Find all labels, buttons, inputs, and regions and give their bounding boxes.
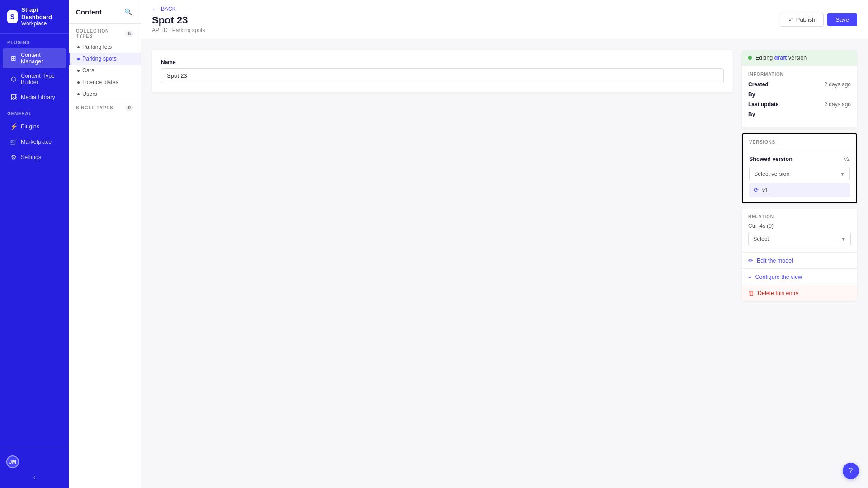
relation-select-placeholder: Select [753,236,769,242]
name-field: Name [161,59,724,83]
check-icon: ✓ [788,16,793,23]
showed-version-label: Showed version [749,156,793,162]
sidebar-item-marketplace[interactable]: 🛒 Marketplace [3,135,66,149]
draft-status-dot [748,56,752,60]
delete-entry-link[interactable]: 🗑 Delete this entry [742,285,857,301]
sidebar-item-media-library[interactable]: 🖼 Media Library [3,90,66,104]
sidebar-plugins-label: PLUGINS [0,34,69,48]
relation-actions-card: RELATION Ctn_4s (0) Select ▼ ✏ Edit the … [742,209,857,301]
chevron-down-icon: ▼ [840,171,845,177]
api-id: API ID : Parking spots [152,27,205,33]
list-icon: ≡ [748,273,752,280]
right-sidebar: Editing draft version INFORMATION Create… [742,50,857,477]
by-label-1: By [748,91,755,98]
single-types-label: SINGLE TYPES [76,105,113,110]
relation-field-label: Ctn_4s (0) [748,223,851,229]
help-button[interactable]: ? [843,463,859,479]
collection-types-label: COLLECTION TYPES [76,28,125,38]
versions-header: VERSIONS [743,134,856,150]
last-update-label: Last update [748,101,778,108]
main-content: ← BACK Spot 23 API ID : Parking spots ✓ … [141,0,868,488]
version-refresh-icon: ⟳ [754,187,759,193]
save-button[interactable]: Save [827,13,857,26]
sidebar-item-settings[interactable]: ⚙ Settings [3,150,66,164]
created-row: Created 2 days ago [748,81,851,88]
sidebar-item-plugins[interactable]: ⚡ Plugins [3,119,66,134]
select-version-dropdown[interactable]: Select version ▼ [749,167,850,181]
left-panel: Content 🔍 COLLECTION TYPES 5 Parking lot… [69,0,141,488]
pencil-icon: ✏ [748,257,753,264]
shop-icon: 🛒 [10,138,17,145]
header-actions: ✓ Publish Save [780,13,857,27]
versions-card: VERSIONS Showed version v2 Select versio… [742,133,857,203]
single-types-header: SINGLE TYPES 0 [69,100,141,113]
last-update-row: Last update 2 days ago [748,101,851,108]
nav-item-licence-plates[interactable]: Licence plates [69,76,141,88]
header-left: ← BACK Spot 23 API ID : Parking spots [152,5,205,33]
publish-button[interactable]: ✓ Publish [780,13,824,27]
draft-text: Editing draft version [755,55,807,61]
nav-dot-icon [77,93,80,95]
by-row-1: By [748,91,851,98]
back-arrow-icon: ← [152,5,158,13]
created-label: Created [748,81,769,88]
nav-item-parking-lots[interactable]: Parking lots [69,41,141,53]
versions-body: Showed version v2 Select version ▼ ⟳ v1 [743,150,856,202]
information-title: INFORMATION [748,72,851,77]
version-v1-option[interactable]: ⟳ v1 [749,183,850,197]
showed-version-value: v2 [844,156,850,162]
configure-view-link[interactable]: ≡ Configure the view [742,268,857,285]
nav-item-parking-spots[interactable]: Parking spots [69,53,141,65]
trash-icon: 🗑 [748,290,754,296]
relation-section: RELATION Ctn_4s (0) Select ▼ [742,209,857,252]
sidebar-item-content-type-builder[interactable]: ⬡ Content-Type Builder [3,69,66,89]
draft-banner: Editing draft version [742,50,857,66]
sidebar-bottom: JM ‹ [0,448,69,488]
nav-item-cars[interactable]: Cars [69,65,141,76]
main-header: ← BACK Spot 23 API ID : Parking spots ✓ … [141,0,868,39]
nav-dot-icon [77,58,80,60]
chevron-down-icon: ▼ [841,236,846,242]
name-input[interactable] [161,68,724,83]
draft-banner-card: Editing draft version INFORMATION Create… [742,50,857,128]
nav-dot-icon [77,46,80,48]
nav-dot-icon [77,81,80,84]
form-card: Name [152,50,733,92]
image-icon: 🖼 [10,94,17,101]
plug-icon: ⚡ [10,123,17,130]
name-label: Name [161,59,724,66]
grid-icon: ⊞ [10,55,17,62]
content-area: Name [152,50,733,477]
left-panel-title: Content [76,8,102,16]
last-update-value: 2 days ago [824,101,851,108]
app-sidebar: S Strapi Dashboard Workplace PLUGINS ⊞ C… [0,0,69,488]
gear-icon: ⚙ [10,154,17,161]
user-avatar[interactable]: JM [6,455,19,468]
sidebar-general-label: GENERAL [0,105,69,119]
search-button[interactable]: 🔍 [123,6,133,17]
page-title: Spot 23 [152,14,205,26]
created-value: 2 days ago [824,81,851,88]
relation-select[interactable]: Select ▼ [748,232,851,246]
left-panel-header: Content 🔍 [69,0,141,24]
single-types-count: 0 [125,105,133,111]
relation-title: RELATION [748,214,851,219]
information-section: INFORMATION Created 2 days ago By Last u… [742,66,857,128]
version-v1-label: v1 [762,187,768,193]
collection-types-count: 5 [125,31,133,37]
nav-dot-icon [77,70,80,72]
sidebar-item-content-manager[interactable]: ⊞ Content Manager [3,48,66,68]
collection-types-header: COLLECTION TYPES 5 [69,24,141,41]
edit-model-link[interactable]: ✏ Edit the model [742,252,857,268]
showed-version-row: Showed version v2 [749,156,850,162]
search-icon: 🔍 [124,8,132,15]
logo-icon: S [7,10,18,23]
main-body: Name Editing draft version [141,39,868,488]
puzzle-icon: ⬡ [10,75,17,83]
by-label-2: By [748,111,755,117]
logo-text: Strapi Dashboard Workplace [21,6,61,27]
nav-item-users[interactable]: Users [69,88,141,100]
select-version-placeholder: Select version [754,171,790,177]
sidebar-collapse-button[interactable]: ‹ [0,471,69,483]
back-link[interactable]: ← BACK [152,5,205,13]
